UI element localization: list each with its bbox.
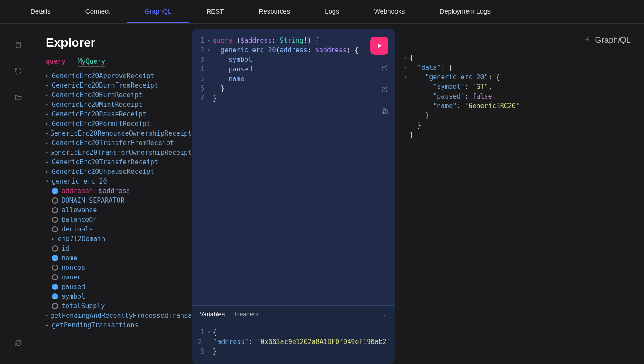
collapse-vars-icon[interactable]: ⌄ <box>382 311 387 317</box>
explorer-type[interactable]: ▸GenericErc20RenounceOwnershipReceipt <box>46 129 192 138</box>
query-editor: 1▾query ($address: String!) {2▾ generic_… <box>192 29 395 364</box>
code-line[interactable]: 2▾ generic_erc_20(address: $address) { <box>198 45 373 55</box>
tab-resources[interactable]: Resources <box>241 0 307 23</box>
svg-rect-0 <box>16 42 21 48</box>
query-name-input[interactable]: MyQuery <box>78 58 105 67</box>
svg-rect-6 <box>382 109 386 112</box>
explorer-field[interactable]: allowance <box>52 205 192 215</box>
variables-panel: Variables Headers ⌄ 1▾{2 "address": "0x6… <box>192 305 395 364</box>
tab-graphql[interactable]: GraphQL <box>127 0 189 23</box>
graphiql-logo: GraphiQL <box>595 35 631 45</box>
tab-connect[interactable]: Connect <box>68 0 127 23</box>
explorer-field[interactable]: balanceOf <box>52 215 192 225</box>
explorer-field[interactable]: DOMAIN_SEPARATOR <box>52 196 192 205</box>
explorer-type[interactable]: ▸GenericErc20TransferFromReceipt <box>46 138 192 148</box>
refresh-icon[interactable] <box>14 339 22 349</box>
explorer-arg[interactable]: address*: $address <box>52 186 192 196</box>
explorer-tree: ▸GenericErc20ApproveReceipt▸GenericErc20… <box>46 71 192 330</box>
explorer-type[interactable]: ▸GenericErc20MintReceipt <box>46 100 192 109</box>
execute-button[interactable] <box>370 37 388 55</box>
svg-point-2 <box>386 69 387 70</box>
add-tab-icon[interactable] <box>584 35 591 45</box>
explorer-field[interactable]: nonces <box>52 263 192 272</box>
explorer-type-open[interactable]: ▾generic_erc_20 <box>46 177 192 186</box>
explorer-type[interactable]: ▸GenericErc20TransferReceipt <box>46 157 192 167</box>
code-line[interactable]: 1▾query ($address: String!) { <box>198 36 373 45</box>
explorer-type[interactable]: ▸GenericErc20ApproveReceipt <box>46 71 192 81</box>
variables-tab[interactable]: Variables <box>200 311 225 318</box>
svg-rect-4 <box>382 87 387 92</box>
code-line[interactable]: ▾ "data": { <box>404 63 631 72</box>
explorer-field[interactable]: id <box>52 244 192 253</box>
explorer-type[interactable]: ▸GenericErc20BurnReceipt <box>46 90 192 100</box>
explorer-title: Explorer <box>46 36 192 50</box>
explorer-field[interactable]: paused <box>52 282 192 292</box>
code-line[interactable]: "paused": false, <box>404 92 631 101</box>
tab-deployment-logs[interactable]: Deployment Logs <box>422 0 508 23</box>
explorer-type[interactable]: ▸GenericErc20PermitReceipt <box>46 119 192 129</box>
workspace: 1▾query ($address: String!) {2▾ generic_… <box>192 24 644 364</box>
code-line[interactable]: 6 } <box>198 84 373 93</box>
explorer-field[interactable]: decimals <box>52 225 192 234</box>
code-line[interactable]: } <box>404 130 631 139</box>
explorer-field[interactable]: name <box>52 253 192 263</box>
code-line[interactable]: "symbol": "GT", <box>404 82 631 92</box>
merge-icon[interactable] <box>381 85 388 95</box>
svg-rect-5 <box>383 110 387 114</box>
code-line[interactable]: 5 name <box>198 74 373 84</box>
code-line[interactable]: } <box>404 111 631 120</box>
headers-tab[interactable]: Headers <box>235 311 258 318</box>
query-keyword[interactable]: query <box>46 58 65 67</box>
tab-logs[interactable]: Logs <box>307 0 357 23</box>
folder-icon[interactable] <box>14 93 22 103</box>
tab-rest[interactable]: REST <box>189 0 241 23</box>
tab-webhooks[interactable]: Webhooks <box>357 0 423 23</box>
svg-point-3 <box>382 70 383 71</box>
explorer-type[interactable]: ▸getPendingTransactions <box>46 320 192 330</box>
history-icon[interactable] <box>14 67 22 77</box>
code-line[interactable]: "name": "GenericERC20" <box>404 101 631 111</box>
icon-sidebar <box>0 24 37 364</box>
explorer-panel: Explorer query MyQuery ▸GenericErc20Appr… <box>37 24 192 364</box>
docs-icon[interactable] <box>14 41 22 51</box>
top-tabs: DetailsConnectGraphQLRESTResourcesLogsWe… <box>0 0 644 24</box>
copy-icon[interactable] <box>381 107 388 117</box>
code-line[interactable]: 2 "address": "0x663ac9e1202aBA1DF0f049eF… <box>198 337 388 347</box>
explorer-field[interactable]: symbol <box>52 292 192 301</box>
explorer-type[interactable]: ▸getPendingAndRecentlyProcessedTransacti… <box>46 311 192 320</box>
explorer-field[interactable]: owner <box>52 272 192 282</box>
code-line[interactable]: ▾ "generic_erc_20": { <box>404 72 631 82</box>
explorer-field[interactable]: ▸eip712Domain <box>52 234 192 244</box>
code-line[interactable]: 3} <box>198 347 388 356</box>
code-line[interactable]: 4 paused <box>198 65 373 74</box>
code-line[interactable]: ▾{ <box>404 53 631 63</box>
explorer-type[interactable]: ▸GenericErc20BurnFromReceipt <box>46 81 192 90</box>
explorer-field[interactable]: totalSupply <box>52 301 192 311</box>
code-line[interactable]: } <box>404 120 631 130</box>
code-line[interactable]: 1▾{ <box>198 327 388 337</box>
code-line[interactable]: 7} <box>198 93 373 103</box>
prettify-icon[interactable] <box>381 64 388 73</box>
tab-details[interactable]: Details <box>13 0 68 23</box>
explorer-type[interactable]: ▸GenericErc20UnpauseReceipt <box>46 167 192 177</box>
result-panel: GraphiQL ▾{▾ "data": {▾ "generic_erc_20"… <box>395 29 641 364</box>
explorer-type[interactable]: ▸GenericErc20TransferOwnershipReceipt <box>46 148 192 157</box>
explorer-type[interactable]: ▸GenericErc20PauseReceipt <box>46 109 192 119</box>
code-line[interactable]: 3 symbol <box>198 55 373 65</box>
